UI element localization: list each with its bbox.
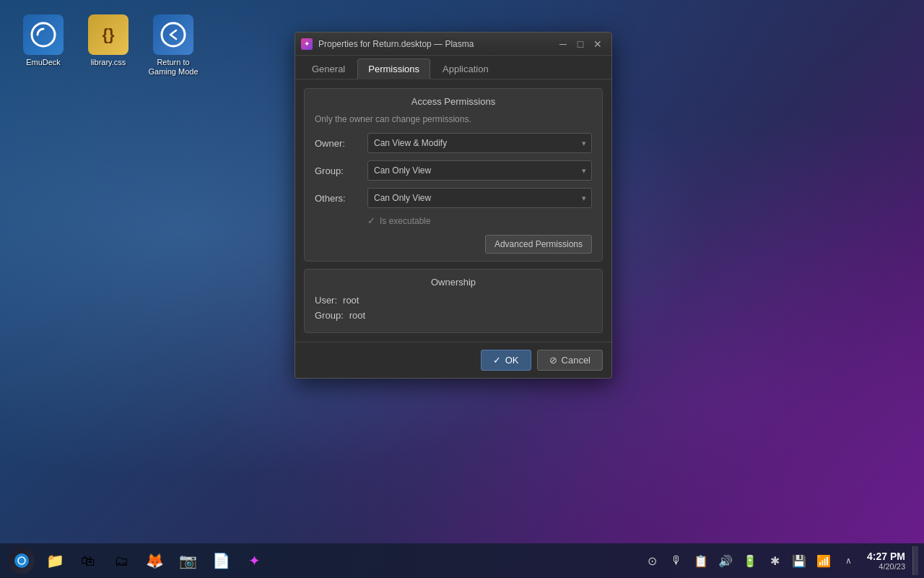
system-tray: ⊙ 🎙 📋 🔊 🔋 ✱ 💾 📶 ∧ — [640, 546, 860, 575]
window-controls: ─ □ ✕ — [555, 36, 606, 52]
cancel-icon: ⊘ — [549, 355, 557, 366]
ownership-panel: Ownership User: root Group: root — [304, 269, 603, 333]
group-select[interactable]: Can View & Modify Can Only View Forbidde… — [367, 160, 592, 181]
ownership-user-label: User: — [315, 295, 337, 306]
library-css-label: library.css — [91, 58, 126, 67]
dialog-title: Properties for Return.desktop — Plasma — [318, 39, 555, 49]
group-select-wrapper: Can View & Modify Can Only View Forbidde… — [367, 160, 592, 181]
library-css-icon: {} — [88, 14, 128, 55]
ok-label: OK — [505, 355, 519, 366]
executable-row: ✓ Is executable — [315, 215, 592, 226]
others-select[interactable]: Can View & Modify Can Only View Forbidde… — [367, 188, 592, 208]
advanced-permissions-button[interactable]: Advanced Permissions — [485, 235, 592, 254]
plasma-icon: ✦ — [248, 552, 261, 569]
access-permissions-panel: Access Permissions Only the owner can ch… — [304, 88, 603, 262]
others-row: Others: Can View & Modify Can Only View … — [315, 188, 592, 208]
emudeck-icon — [23, 14, 64, 55]
check-icon: ✓ — [367, 215, 375, 226]
steam-tray-icon[interactable]: ⊙ — [640, 546, 663, 575]
bluetooth-icon[interactable]: ✱ — [763, 546, 786, 575]
clock[interactable]: 4:27 PM 4/20/23 — [861, 551, 911, 571]
group-label: Group: — [315, 165, 362, 176]
taskbar: 📁 🛍 🗂 🦊 📷 📄 ✦ ⊙ 🎙 📋 🔊 🔋 ✱ 💾 — [0, 543, 924, 578]
dialog-footer: ✓ OK ⊘ Cancel — [295, 342, 611, 378]
desktop-icon-library-css[interactable]: {} library.css — [79, 14, 137, 77]
steam-deck-icon — [9, 548, 35, 574]
return-gaming-label: Return to Gaming Mode — [148, 58, 198, 77]
executable-label: Is executable — [380, 216, 431, 226]
clipboard-icon[interactable]: 📋 — [689, 546, 712, 575]
properties-dialog: ✦ Properties for Return.desktop — Plasma… — [295, 32, 612, 379]
owner-select[interactable]: Can View & Modify Can Only View Forbidde… — [367, 133, 592, 153]
group-row: Group: Can View & Modify Can Only View F… — [315, 160, 592, 181]
maximize-button[interactable]: □ — [572, 36, 588, 52]
ownership-title: Ownership — [315, 277, 592, 288]
dialog-icon: ✦ — [301, 38, 313, 50]
desktop-icon-emudeck[interactable]: EmuDeck — [14, 14, 72, 77]
owner-select-wrapper: Can View & Modify Can Only View Forbidde… — [367, 133, 592, 153]
emudeck-label: EmuDeck — [26, 58, 61, 67]
ownership-user-value: root — [343, 295, 359, 306]
files-icon: 🗂 — [114, 553, 128, 569]
storage-icon[interactable]: 💾 — [788, 546, 811, 575]
access-permissions-title: Access Permissions — [315, 96, 592, 107]
owner-row: Owner: Can View & Modify Can Only View F… — [315, 133, 592, 153]
desktop: EmuDeck {} library.css Return to Gaming … — [0, 0, 924, 578]
title-bar: ✦ Properties for Return.desktop — Plasma… — [295, 33, 611, 56]
ownership-group-value: root — [349, 310, 365, 321]
close-button[interactable]: ✕ — [590, 36, 606, 52]
clock-date: 4/20/23 — [879, 562, 905, 571]
advanced-btn-row: Advanced Permissions — [315, 235, 592, 254]
taskbar-steam-deck[interactable] — [6, 546, 38, 575]
audio-setup-icon[interactable]: 🎙 — [665, 546, 688, 575]
file-manager-icon: 📁 — [46, 552, 64, 569]
volume-icon[interactable]: 🔊 — [714, 546, 737, 575]
ok-button[interactable]: ✓ OK — [481, 350, 531, 371]
tab-application[interactable]: Application — [432, 59, 500, 79]
svg-point-0 — [32, 23, 55, 46]
desktop-icon-return-gaming[interactable]: Return to Gaming Mode — [144, 14, 202, 77]
return-gaming-icon — [153, 14, 193, 55]
tab-bar: General Permissions Application — [295, 56, 611, 79]
svg-point-1 — [162, 23, 185, 46]
svg-point-2 — [14, 553, 29, 568]
others-select-wrapper: Can View & Modify Can Only View Forbidde… — [367, 188, 592, 208]
cancel-label: Cancel — [562, 355, 590, 366]
clock-time: 4:27 PM — [867, 551, 905, 562]
minimize-button[interactable]: ─ — [555, 36, 571, 52]
firefox-icon: 🦊 — [146, 552, 164, 569]
taskbar-firefox[interactable]: 🦊 — [139, 546, 170, 575]
taskbar-notes[interactable]: 📄 — [205, 546, 237, 575]
permissions-note: Only the owner can change permissions. — [315, 114, 592, 124]
ownership-user-row: User: root — [315, 295, 592, 306]
taskbar-recorder[interactable]: 📷 — [172, 546, 204, 575]
cancel-button[interactable]: ⊘ Cancel — [537, 350, 603, 371]
discover-icon: 🛍 — [81, 553, 95, 569]
ownership-group-row: Group: root — [315, 310, 592, 321]
dialog-content: Access Permissions Only the owner can ch… — [295, 79, 611, 342]
taskbar-file-manager[interactable]: 📁 — [39, 546, 71, 575]
ownership-group-label: Group: — [315, 310, 344, 321]
taskbar-discover[interactable]: 🛍 — [72, 546, 104, 575]
tab-permissions[interactable]: Permissions — [357, 59, 430, 79]
taskbar-plasma[interactable]: ✦ — [238, 546, 270, 575]
taskbar-files[interactable]: 🗂 — [105, 546, 137, 575]
ok-check-icon: ✓ — [493, 355, 501, 366]
show-desktop-button[interactable] — [912, 546, 918, 575]
notes-icon: 📄 — [212, 552, 230, 569]
desktop-icon-area: EmuDeck {} library.css Return to Gaming … — [0, 0, 217, 91]
network-icon[interactable]: 📶 — [812, 546, 835, 575]
battery-icon[interactable]: 🔋 — [738, 546, 762, 575]
tab-general[interactable]: General — [301, 59, 356, 79]
recorder-icon: 📷 — [179, 552, 197, 569]
expand-tray-icon[interactable]: ∧ — [837, 546, 860, 575]
others-label: Others: — [315, 193, 362, 204]
owner-label: Owner: — [315, 138, 362, 149]
